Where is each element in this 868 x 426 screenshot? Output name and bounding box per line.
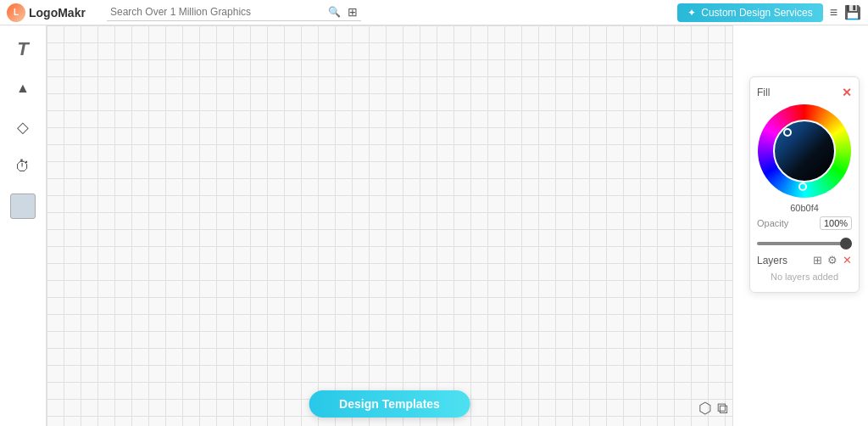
color-wheel-container[interactable] <box>758 104 851 198</box>
color-swatch[interactable] <box>10 193 36 219</box>
logo-area: L LogoMakr <box>7 3 100 22</box>
save-icon[interactable]: 💾 <box>844 4 861 20</box>
shape-tool-button[interactable]: ▲ <box>8 73 38 104</box>
text-tool-button[interactable]: T <box>8 34 38 64</box>
menu-icon[interactable]: ≡ <box>830 5 837 20</box>
logo-icon: L <box>7 3 25 22</box>
canvas-area: Design Templates ⬡ ⧉ <box>47 25 732 426</box>
design-templates-button[interactable]: Design Templates <box>309 390 470 418</box>
search-input[interactable] <box>110 6 325 18</box>
color-wheel[interactable] <box>758 104 851 198</box>
layers-stack-icon[interactable]: ⬡ <box>698 399 712 418</box>
header: L LogoMakr 🔍 ⊞ ✦ Custom Design Services … <box>0 0 868 25</box>
bottom-right-icons: ⬡ ⧉ <box>698 399 728 418</box>
color-panel: Fill ✕ 60b0f4 Opacity 100% Layers <box>749 76 860 293</box>
layers-header: Layers ⊞ ⚙ ✕ <box>757 254 852 266</box>
grid-icon[interactable]: ⊞ <box>348 5 358 19</box>
wheel-cursor-top <box>783 128 792 137</box>
custom-design-star-icon: ✦ <box>687 7 696 19</box>
history-tool-button[interactable]: ⏱ <box>8 151 38 182</box>
custom-design-button[interactable]: ✦ Custom Design Services <box>677 3 822 22</box>
layer-settings-button[interactable]: ⚙ <box>827 254 837 266</box>
custom-design-label: Custom Design Services <box>701 7 812 19</box>
main: T ▲ ◇ ⏱ Design Templates ⬡ ⧉ Fill ✕ <box>0 25 868 426</box>
left-toolbar: T ▲ ◇ ⏱ <box>0 25 47 426</box>
layers-icons: ⊞ ⚙ ✕ <box>813 254 852 266</box>
opacity-label: Opacity <box>757 218 788 228</box>
close-color-panel-button[interactable]: ✕ <box>842 86 852 99</box>
add-layer-button[interactable]: ⊞ <box>813 254 822 266</box>
opacity-slider[interactable] <box>757 242 852 245</box>
right-section: Fill ✕ 60b0f4 Opacity 100% Layers <box>732 25 868 426</box>
header-right: ✦ Custom Design Services ≡ 💾 <box>677 3 861 22</box>
arrange-icon[interactable]: ⧉ <box>717 400 728 418</box>
color-panel-header: Fill ✕ <box>757 86 852 99</box>
color-hex-value: 60b0f4 <box>757 203 852 213</box>
opacity-value: 100% <box>820 216 852 230</box>
layers-section: Layers ⊞ ⚙ ✕ No layers added <box>757 254 852 282</box>
search-bar[interactable]: 🔍 ⊞ <box>107 3 361 21</box>
icon-tool-button[interactable]: ◇ <box>8 112 38 143</box>
delete-layer-button[interactable]: ✕ <box>843 254 852 266</box>
layers-label: Layers <box>757 255 808 266</box>
no-layers-message: No layers added <box>757 272 852 282</box>
opacity-row: Opacity 100% <box>757 216 852 230</box>
wheel-cursor-bottom <box>798 182 807 191</box>
logo-text: LogoMakr <box>29 6 86 20</box>
fill-label: Fill <box>757 87 770 98</box>
search-icon[interactable]: 🔍 <box>328 6 341 18</box>
